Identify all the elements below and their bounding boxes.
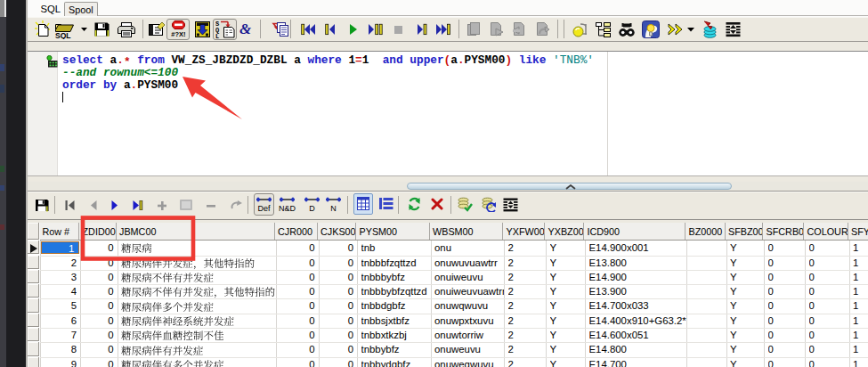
- svg-text:SQL: SQL: [55, 31, 70, 39]
- svg-text:L: L: [215, 33, 219, 38]
